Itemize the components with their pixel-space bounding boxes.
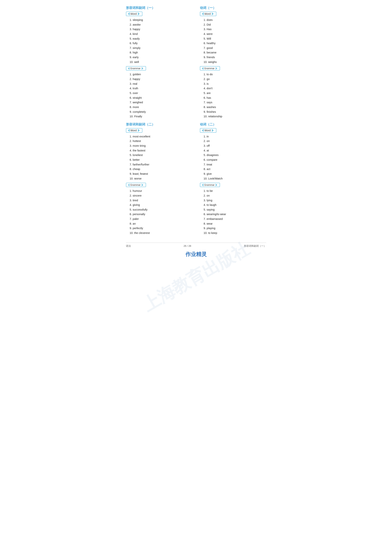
section-title-adj-adv-1: 形容词和副词（一） — [126, 6, 192, 10]
list-item: 2. happy — [130, 77, 192, 82]
word-list-left-2: 1. most excellent 2. hottest 3. more tir… — [126, 134, 192, 181]
grammar-list-left-1: 1. golden 2. happy 3. real 4. truth 5. o… — [126, 72, 192, 119]
list-item: 6. straight — [130, 96, 192, 100]
list-item: 8. more — [130, 105, 192, 110]
list-item: 9. give — [204, 172, 266, 176]
list-item: 5. over — [130, 91, 192, 96]
word-badge-left-2: Word — [126, 128, 142, 133]
section-verb-1: 动词（一） Word 1. does 2. Did 3. Has 4. were… — [200, 6, 266, 119]
list-item: 9. finishes — [204, 110, 266, 114]
list-item: 10. well — [130, 60, 192, 64]
grammar-badge-right-2: Grammar — [200, 183, 220, 187]
list-item: 10. to keep — [204, 231, 266, 235]
list-item: 9. early — [130, 55, 192, 60]
grammar-list-left-2: 1. humour 2. sincere 3. tired 4. giving … — [126, 189, 192, 235]
list-item: 2. go — [204, 77, 266, 82]
list-item: 6. wearing/to wear — [204, 212, 266, 217]
word-list-right-2: 1. in 2. on 3. off 4. at 5. disagrees 6.… — [200, 134, 266, 181]
list-item: 2. hottest — [130, 139, 192, 144]
list-item: 4. kind — [130, 32, 192, 36]
list-item: 7. farther/further — [130, 162, 192, 167]
list-item: 4. don't — [204, 86, 266, 91]
list-item: 9. playing — [204, 226, 266, 231]
list-item: 9. least; fewest — [130, 172, 192, 176]
list-item: 3. is — [204, 82, 266, 86]
list-item: 10. weighs — [204, 60, 266, 64]
list-item: 5. disagrees — [204, 153, 266, 158]
footer-center: 26 / 28 — [184, 244, 191, 247]
section-verb-2: 动词（二） Word 1. in 2. on 3. off 4. at 5. d… — [200, 122, 266, 235]
list-item: 7. weighed — [130, 100, 192, 105]
list-item: 1. does — [204, 18, 266, 22]
section-title-adj-adv-2: 形容词和副词（二） — [126, 122, 192, 127]
list-item: 6. personally — [130, 212, 192, 217]
list-item: 1. humour — [130, 189, 192, 193]
list-item: 6. better — [130, 158, 192, 162]
list-item: 9. perfectly — [130, 226, 192, 231]
list-item: 7. treat — [204, 162, 266, 167]
list-item: 8. washes — [204, 105, 266, 110]
section-adj-adv-2: 形容词和副词（二） Word 1. most excellent 2. hott… — [126, 122, 192, 235]
grammar-badge-right-1: Grammar — [200, 66, 220, 70]
list-item: 4. to laugh — [204, 203, 266, 207]
list-item: 8. high — [130, 50, 192, 55]
section-title-verb-2: 动词（二） — [200, 122, 266, 127]
list-item: 1. to do — [204, 72, 266, 77]
list-item: 3. real — [130, 82, 192, 86]
list-item: 8. an — [130, 221, 192, 226]
list-item: 7. embarrassed — [204, 217, 266, 221]
page-footer: 语法 26 / 28 形容词和副词（一） — [126, 242, 266, 248]
list-item: 6. fully — [130, 41, 192, 46]
list-item: 9. friends — [204, 55, 266, 60]
list-item: 8. became — [204, 50, 266, 55]
list-item: 3. off — [204, 144, 266, 148]
list-item: 6. compare — [204, 158, 266, 162]
page-content: 形容词和副词（一） Word 1. sleeping 2. awoke 3. h… — [126, 6, 266, 239]
list-item: 10. the cleverest — [130, 231, 192, 235]
list-item: 3. happy — [130, 27, 192, 32]
list-item: 3. lying — [204, 198, 266, 203]
list-item: 7. simply — [130, 46, 192, 50]
list-item: 2. Did — [204, 22, 266, 27]
list-item: 7. says — [204, 100, 266, 105]
list-item: 8. wear — [204, 221, 266, 226]
footer-right: 形容词和副词（一） — [244, 244, 266, 248]
list-item: 6. healthy — [204, 41, 266, 46]
list-item: 7. good — [204, 46, 266, 50]
footer-left: 语法 — [126, 244, 131, 248]
list-item: 8. cheap — [130, 167, 192, 172]
list-item: 3. tired — [130, 198, 192, 203]
list-item: 1. most excellent — [130, 134, 192, 139]
list-item: 3. Has — [204, 27, 266, 32]
list-item: 5. saying — [204, 207, 266, 212]
list-item: 5. easily — [130, 36, 192, 41]
word-badge-left-1: Word — [126, 12, 142, 16]
grammar-list-right-2: 1. to be 2. on 3. lying 4. to laugh 5. s… — [200, 189, 266, 235]
grammar-badge-left-1: Grammar — [126, 66, 146, 70]
section-adj-adv-1: 形容词和副词（一） Word 1. sleeping 2. awoke 3. h… — [126, 6, 192, 119]
list-item: 5. successfully — [130, 207, 192, 212]
list-item: 10. Look/Watch — [204, 176, 266, 181]
list-item: 2. sincere — [130, 193, 192, 198]
word-badge-right-2: Word — [200, 128, 216, 133]
word-list-left-1: 1. sleeping 2. awoke 3. happy 4. kind 5.… — [126, 18, 192, 64]
grammar-list-right-1: 1. to do 2. go 3. is 4. don't 5. are 6. … — [200, 72, 266, 119]
list-item: 1. sleeping — [130, 18, 192, 22]
list-item: 4. giving — [130, 203, 192, 207]
list-item: 2. on — [204, 193, 266, 198]
left-column: 形容词和副词（一） Word 1. sleeping 2. awoke 3. h… — [126, 6, 192, 239]
list-item: 10. relationship — [204, 114, 266, 119]
list-item: 5. loneliest — [130, 153, 192, 158]
list-item: 6. has — [204, 96, 266, 100]
list-item: 4. truth — [130, 86, 192, 91]
word-list-right-1: 1. does 2. Did 3. Has 4. were 5. Will 6.… — [200, 18, 266, 64]
list-item: 4. the fastest — [130, 148, 192, 153]
list-item: 3. more tiring — [130, 144, 192, 148]
list-item: 4. were — [204, 32, 266, 36]
section-title-verb-1: 动词（一） — [200, 6, 266, 10]
bottom-logo: 作业精灵 — [126, 251, 266, 258]
list-item: 5. are — [204, 91, 266, 96]
list-item: 8. act — [204, 167, 266, 172]
list-item: 2. on — [204, 139, 266, 144]
list-item: 10. Finally — [130, 114, 192, 119]
